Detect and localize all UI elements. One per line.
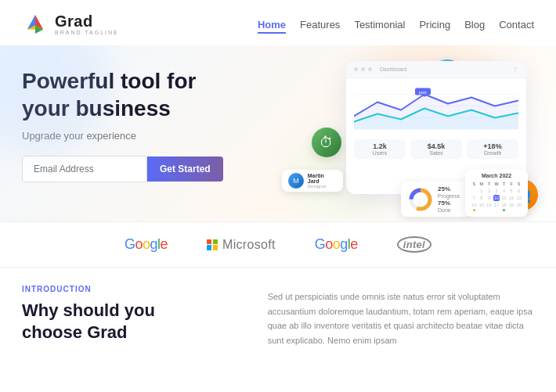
cal-14: 13 <box>515 195 522 201</box>
cal-8: 7 <box>471 195 478 201</box>
calendar-card: March 2022 S M T W T F S 1 2 3 4 5 6 7 8 <box>465 169 528 217</box>
cal-6: 5 <box>508 188 515 194</box>
logo-text: Grad <box>55 13 119 29</box>
cal-7: 6 <box>515 188 522 194</box>
google-text-2: Google <box>315 236 358 253</box>
cal-17: 16 <box>486 202 493 213</box>
cal-16: 15 <box>478 202 486 213</box>
dash-body: peak 1.2k Users $4.5k Sales +18% Growth <box>346 78 526 165</box>
email-input[interactable] <box>22 156 147 182</box>
dash-icon: ⋮ <box>512 66 518 73</box>
calendar-title: March 2022 <box>471 173 522 178</box>
cal-5: 4 <box>500 188 507 194</box>
cal-day-mo: M <box>478 181 486 187</box>
cal-15: 14 <box>471 202 478 213</box>
hero-subtitle: Upgrade your experience <box>22 130 278 142</box>
nav-item-pricing[interactable]: Pricing <box>419 19 450 31</box>
cal-1 <box>471 188 478 194</box>
logo-tagline: BRAND TAGLINE <box>55 30 119 35</box>
brand-intel: intel <box>397 236 431 253</box>
cal-19: 18 <box>500 202 507 213</box>
cal-day-fr: F <box>508 181 515 187</box>
cal-3: 2 <box>486 188 493 194</box>
stat-2-value: $4.5k <box>415 142 457 150</box>
donut-labels: 25% Progress 75% Done <box>438 185 460 213</box>
nav-links: Home Features Testimonial Pricing Blog C… <box>258 17 534 31</box>
microsoft-icon <box>207 239 218 250</box>
brand-google-2: Google <box>315 236 358 253</box>
nav-item-testimonial[interactable]: Testimonial <box>354 19 405 31</box>
brand-google-1: Google <box>125 236 168 253</box>
intel-text: intel <box>397 236 431 253</box>
hero-title: Powerful tool for your business <box>22 67 226 122</box>
user-name: Martin Jard <box>308 173 337 184</box>
cal-12: 11 <box>500 195 507 201</box>
nav-item-contact[interactable]: Contact <box>499 19 534 31</box>
logo-icon <box>22 11 49 38</box>
dash-label: Dashboard <box>380 67 406 72</box>
cal-20: 19 <box>508 202 515 213</box>
cal-2: 1 <box>478 188 486 194</box>
calendar-grid: S M T W T F S 1 2 3 4 5 6 7 8 9 10 11 <box>471 181 522 213</box>
google-text-1: Google <box>125 236 168 253</box>
cal-21: 20 <box>515 202 522 213</box>
donut-card: 25% Progress 75% Done <box>401 182 471 217</box>
mini-line-chart: peak <box>354 85 518 131</box>
dash-stat-2: $4.5k Sales <box>410 139 462 159</box>
cal-day-su: S <box>471 181 478 187</box>
dash-top-bar: Dashboard ⋮ <box>346 61 526 78</box>
ms-yellow <box>213 245 218 250</box>
ms-red <box>207 239 211 244</box>
cal-day-th: T <box>500 181 507 187</box>
cal-4: 3 <box>493 188 500 194</box>
donut-chart <box>407 186 434 213</box>
user-role: Designer <box>308 184 337 189</box>
nav-item-home[interactable]: Home <box>258 19 286 34</box>
ms-green <box>213 239 218 244</box>
user-info: Martin Jard Designer <box>308 173 337 189</box>
brand-microsoft: Microsoft <box>207 238 276 252</box>
cal-11: 10 <box>493 195 500 201</box>
dash-dot-3 <box>368 67 372 71</box>
brands-section: Google Microsoft Google intel <box>0 221 556 268</box>
cal-18: 17 <box>493 202 500 213</box>
donut-pct2: 75% <box>438 200 460 207</box>
cal-9: 8 <box>478 195 486 201</box>
dash-dot-1 <box>354 67 358 71</box>
stat-1-value: 1.2k <box>359 142 401 150</box>
navbar: Grad BRAND TAGLINE Home Features Testimo… <box>0 0 556 45</box>
svg-text:peak: peak <box>419 91 428 95</box>
hero-illustration: ⚡ 📊 ⏱ 👥 Dashboard ⋮ <box>278 53 534 221</box>
donut-pct1: 25% <box>438 185 460 192</box>
why-section: Introduction Why should you choose Grad … <box>0 268 556 348</box>
nav-item-blog[interactable]: Blog <box>464 19 485 31</box>
cal-day-we: W <box>493 181 500 187</box>
stat-3-value: +18% <box>471 142 514 150</box>
hero-content: Powerful tool for your business Upgrade … <box>22 53 278 182</box>
user-card: M Martin Jard Designer <box>282 170 343 192</box>
microsoft-text: Microsoft <box>222 238 276 252</box>
logo[interactable]: Grad BRAND TAGLINE <box>22 11 119 38</box>
avatar: M <box>288 173 304 189</box>
dash-stats-row: 1.2k Users $4.5k Sales +18% Growth <box>354 139 518 159</box>
why-description: Sed ut perspiciatis unde omnis iste natu… <box>268 290 534 348</box>
get-started-button[interactable]: Get Started <box>147 156 223 182</box>
cal-13: 12 <box>508 195 515 201</box>
why-intro-label: Introduction <box>22 285 244 293</box>
dash-dot-2 <box>361 67 365 71</box>
donut-label2: Done <box>438 207 460 213</box>
timer-icon: ⏱ <box>312 128 341 157</box>
why-right: Sed ut perspiciatis unde omnis iste natu… <box>268 285 534 348</box>
dash-stat-3: +18% Growth <box>467 139 518 159</box>
hero-section: Powerful tool for your business Upgrade … <box>0 45 556 221</box>
why-left: Introduction Why should you choose Grad <box>22 285 244 348</box>
ms-blue <box>207 245 211 250</box>
why-title: Why should you choose Grad <box>22 300 186 343</box>
nav-item-features[interactable]: Features <box>300 19 340 31</box>
cal-day-sa: S <box>515 181 522 187</box>
hero-form: Get Started <box>22 156 278 182</box>
dash-stat-1: 1.2k Users <box>354 139 406 159</box>
donut-label1: Progress <box>438 193 460 199</box>
cal-day-tu: T <box>486 181 493 187</box>
cal-10: 9 <box>486 195 493 201</box>
